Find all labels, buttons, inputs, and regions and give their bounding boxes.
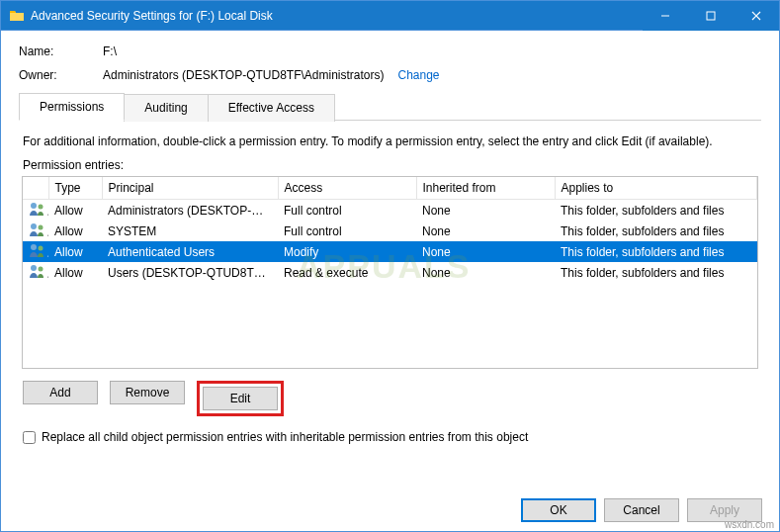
tab-strip: Permissions Auditing Effective Access [19,92,761,121]
col-inherited-header[interactable]: Inherited from [416,177,555,200]
col-access-header[interactable]: Access [278,177,416,200]
remove-button[interactable]: Remove [110,381,185,404]
name-row: Name: F:\ [19,44,761,58]
name-label: Name: [19,44,103,58]
cell-principal: Users (DESKTOP-QTUD8TF\Us... [102,262,278,283]
owner-label: Owner: [19,68,103,82]
cell-applies: This folder, subfolders and files [555,200,757,222]
add-button[interactable]: Add [23,381,98,404]
maximize-button[interactable] [688,1,734,31]
cell-access: Modify [278,241,416,262]
ok-button[interactable]: OK [521,498,596,522]
name-value: F:\ [103,44,117,58]
entries-label: Permission entries: [23,158,761,172]
tab-effective-access[interactable]: Effective Access [208,94,335,122]
permissions-table[interactable]: Type Principal Access Inherited from App… [22,176,758,369]
replace-child-checkbox[interactable] [23,431,36,444]
col-applies-header[interactable]: Applies to [555,177,757,200]
svg-point-7 [39,225,43,230]
cell-access: Read & execute [278,262,416,283]
table-row[interactable]: AllowSYSTEMFull controlNoneThis folder, … [23,221,757,241]
cell-access: Full control [278,221,416,241]
replace-child-label: Replace all child object permission entr… [42,430,528,444]
people-icon [23,262,48,283]
titlebar: Advanced Security Settings for (F:) Loca… [1,1,779,31]
info-text: For additional information, double-click… [19,134,761,148]
tab-panel: For additional information, double-click… [19,134,761,416]
cell-inherited: None [416,241,555,262]
svg-point-5 [39,205,43,210]
svg-point-9 [39,246,43,251]
window-title: Advanced Security Settings for (F:) Loca… [31,9,643,23]
cell-inherited: None [416,221,555,241]
close-button[interactable] [734,1,779,31]
folder-icon [9,8,25,24]
cell-type: Allow [48,200,102,222]
action-buttons: Add Remove Edit [23,381,757,416]
svg-point-6 [31,223,37,229]
svg-point-11 [39,267,43,272]
window-controls [643,1,779,31]
cell-type: Allow [48,241,102,262]
people-icon [23,241,48,262]
table-row[interactable]: AllowAdministrators (DESKTOP-QT...Full c… [23,200,757,222]
cell-principal: Authenticated Users [102,241,278,262]
cell-principal: SYSTEM [102,221,278,241]
cell-type: Allow [48,221,102,241]
edit-highlight: Edit [197,381,284,416]
svg-point-4 [31,203,37,209]
svg-point-10 [31,265,37,271]
replace-checkbox-row: Replace all child object permission entr… [23,430,757,444]
people-icon [23,221,48,241]
table-row[interactable]: AllowAuthenticated UsersModifyNoneThis f… [23,241,757,262]
owner-row: Owner: Administrators (DESKTOP-QTUD8TF\A… [19,68,761,82]
tab-auditing[interactable]: Auditing [124,94,208,122]
cell-applies: This folder, subfolders and files [555,241,757,262]
cell-type: Allow [48,262,102,283]
people-icon [23,200,48,222]
cell-applies: This folder, subfolders and files [555,221,757,241]
edit-button[interactable]: Edit [203,387,278,410]
owner-value: Administrators (DESKTOP-QTUD8TF\Administ… [103,68,385,82]
cell-inherited: None [416,262,555,283]
cell-principal: Administrators (DESKTOP-QT... [102,200,278,222]
table-row[interactable]: AllowUsers (DESKTOP-QTUD8TF\Us...Read & … [23,262,757,283]
cell-access: Full control [278,200,416,222]
credit-text: wsxdn.com [725,519,774,530]
content-area: Name: F:\ Owner: Administrators (DESKTOP… [1,31,779,458]
svg-point-8 [31,244,37,250]
col-icon-header[interactable] [23,177,48,200]
change-owner-link[interactable]: Change [398,68,440,82]
col-type-header[interactable]: Type [48,177,102,200]
cell-applies: This folder, subfolders and files [555,262,757,283]
table-header-row: Type Principal Access Inherited from App… [23,177,757,200]
svg-rect-1 [707,12,715,20]
tab-permissions[interactable]: Permissions [19,93,125,121]
cell-inherited: None [416,200,555,222]
col-principal-header[interactable]: Principal [102,177,278,200]
cancel-button[interactable]: Cancel [604,498,679,522]
minimize-button[interactable] [643,1,688,31]
